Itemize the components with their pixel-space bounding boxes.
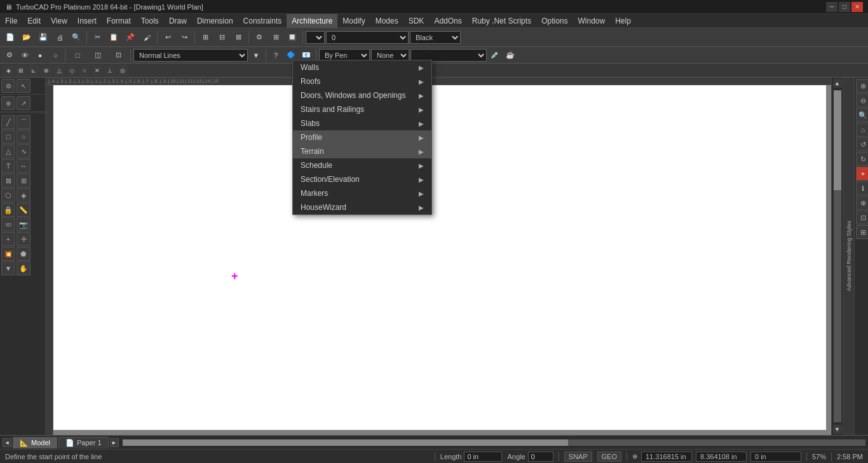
tool-circle[interactable]: ○ [17, 130, 31, 144]
far-right-btn2[interactable]: ⊖ [856, 93, 868, 107]
far-right-btn5[interactable]: ↺ [856, 137, 868, 151]
menu-dimension[interactable]: Dimension [192, 14, 238, 28]
tab-scroll-left[interactable]: ◄ [3, 438, 11, 447]
zoom-window-button[interactable]: ⊟ [214, 30, 229, 45]
far-right-btn7[interactable]: + [856, 167, 868, 181]
tool-node[interactable]: ⊕ [1, 96, 15, 110]
layers-button[interactable]: ⊞ [268, 30, 283, 45]
far-right-btn3[interactable]: 🔍 [856, 108, 868, 122]
tool-select[interactable]: ↗ [17, 96, 31, 110]
tool-rect[interactable]: □ [1, 130, 15, 144]
menu-constraints[interactable]: Constraints [238, 14, 287, 28]
menu-architecture[interactable]: Architecture [287, 14, 337, 28]
menu-draw[interactable]: Draw [164, 14, 192, 28]
help-cursor-button[interactable]: ? [269, 48, 283, 62]
menu-help[interactable]: Help [610, 14, 636, 28]
tab-scroll-right[interactable]: ► [110, 438, 119, 447]
tool-node2[interactable]: ⬟ [17, 247, 31, 261]
menu-modes[interactable]: Modes [370, 14, 403, 28]
new-button[interactable]: 📄 [3, 30, 18, 45]
far-right-btn6[interactable]: ↻ [856, 152, 868, 166]
snap-button[interactable]: 🔲 [285, 30, 300, 45]
menu-edit[interactable]: Edit [22, 14, 46, 28]
tool-spline[interactable]: ∿ [17, 144, 31, 158]
menu-walls[interactable]: Walls ▶ [293, 60, 431, 74]
eyedropper-button[interactable]: 💉 [488, 48, 502, 62]
save-button[interactable]: 💾 [36, 30, 51, 45]
layer-dropdown[interactable]: 0 [326, 31, 409, 44]
vertical-scroll-thumb[interactable] [834, 90, 841, 190]
tool-3d-label[interactable]: 3D [1, 218, 15, 232]
canvas-area[interactable]: |..4..|..3..|..2..|..1..|..0..|..1..|..2… [46, 78, 831, 435]
grid-toggle[interactable]: ⊞ [15, 65, 27, 76]
coffee-button[interactable]: ☕ [503, 48, 517, 62]
color-swatch[interactable]: ■ [306, 31, 325, 44]
menu-housewizard[interactable]: HouseWizard ▶ [293, 200, 431, 214]
drawing-canvas[interactable]: + [53, 85, 826, 430]
far-right-btn11[interactable]: ⊞ [856, 225, 868, 239]
redo-button[interactable]: ↪ [177, 30, 192, 45]
menu-section-elevation[interactable]: Section/Elevation ▶ [293, 172, 431, 186]
menu-insert[interactable]: Insert [72, 14, 102, 28]
geo-badge[interactable]: GEO [597, 452, 621, 462]
menu-stairs-railings[interactable]: Stairs and Railings ▶ [293, 102, 431, 116]
3d-view-btn1[interactable]: □ [68, 48, 87, 62]
minimize-button[interactable]: ─ [826, 2, 837, 12]
copy-button[interactable]: 📋 [106, 30, 121, 45]
snap-cen[interactable]: ○ [79, 65, 90, 76]
far-right-btn10[interactable]: ⊡ [856, 211, 868, 225]
cut-button[interactable]: ✂ [90, 30, 105, 45]
menu-schedule[interactable]: Schedule ▶ [293, 158, 431, 172]
tool-poly[interactable]: △ [1, 144, 15, 158]
tool-down[interactable]: ▼ [1, 261, 15, 275]
tool-lock[interactable]: 🔒 [1, 203, 15, 217]
snap-mid[interactable]: ◇ [66, 65, 78, 76]
tool-cursor[interactable]: ↖ [17, 79, 31, 93]
properties-button[interactable]: ⚙ [252, 30, 267, 45]
vertical-scrollbar[interactable] [834, 90, 841, 422]
menu-terrain[interactable]: Terrain ▶ [293, 144, 431, 158]
tool-plus[interactable]: + [1, 232, 15, 246]
snap-badge[interactable]: SNAP [564, 452, 592, 462]
snap-perp[interactable]: ⊥ [104, 65, 116, 76]
angle-input[interactable] [528, 452, 553, 462]
normal-lines-dropdown[interactable]: Normal Lines [133, 49, 248, 62]
tab-scrollbar[interactable] [123, 439, 866, 446]
snap-ep[interactable]: △ [53, 65, 65, 76]
scroll-down-button[interactable]: ▼ [833, 425, 842, 434]
far-right-btn1[interactable]: ⊕ [856, 79, 868, 93]
menu-doors-windows[interactable]: Doors, Windows and Openings ▶ [293, 88, 431, 102]
zoom-extents-button[interactable]: ⊠ [231, 30, 246, 45]
menu-profile[interactable]: Profile ▶ [293, 130, 431, 144]
tool-camera[interactable]: 📷 [17, 218, 31, 232]
snap-int[interactable]: ✕ [92, 65, 103, 76]
polar-toggle[interactable]: ⊕ [41, 65, 52, 76]
tb2-btn1[interactable]: ⚙ [3, 48, 17, 62]
tab-paper1[interactable]: 📄 Paper 1 [58, 437, 109, 448]
tool-3d-solid[interactable]: ⬡ [1, 188, 15, 202]
snap-tan[interactable]: ◎ [117, 65, 128, 76]
tool-dim[interactable]: ↔ [17, 159, 31, 173]
tool-3d-surface[interactable]: ◈ [17, 188, 31, 202]
far-right-btn9[interactable]: ⊕ [856, 196, 868, 210]
maximize-button[interactable]: □ [839, 2, 850, 12]
tool-text[interactable]: T [1, 159, 15, 173]
menu-options[interactable]: Options [536, 14, 573, 28]
3d-view-btn2[interactable]: ◫ [88, 48, 107, 62]
ortho-toggle[interactable]: ⊾ [28, 65, 39, 76]
tool-select-all[interactable]: ⚙ [1, 79, 15, 93]
menu-roofs[interactable]: Roofs ▶ [293, 74, 431, 88]
open-button[interactable]: 📂 [19, 30, 34, 45]
menu-file[interactable]: File [0, 14, 22, 28]
color-dropdown[interactable]: Black [410, 31, 461, 44]
tool-explode[interactable]: 💥 [1, 247, 15, 261]
print-preview-button[interactable]: 🔍 [69, 30, 84, 45]
tb2-btn4[interactable]: ○ [48, 48, 62, 62]
3d-view-btn3[interactable]: ⊡ [109, 48, 128, 62]
tool-move[interactable]: ✛ [17, 232, 31, 246]
menu-ruby-net[interactable]: Ruby .Net Scripts [467, 14, 536, 28]
far-right-btn4[interactable]: ⌂ [856, 123, 868, 137]
tb2-btn3[interactable]: ● [33, 48, 47, 62]
tool-arc[interactable]: ⌒ [17, 115, 31, 129]
format-painter-button[interactable]: 🖌 [139, 30, 154, 45]
